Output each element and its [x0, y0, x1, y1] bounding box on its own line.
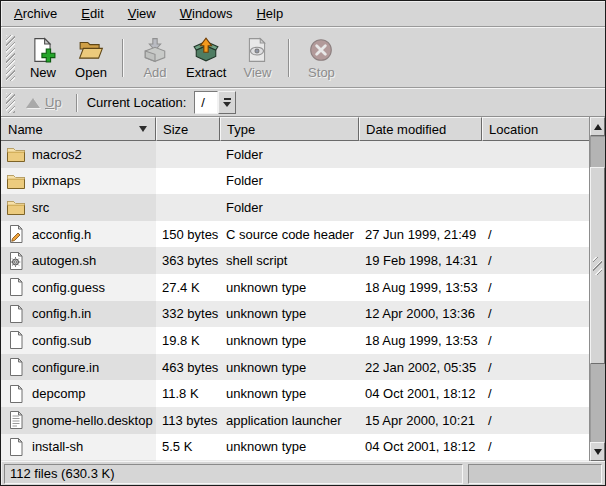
table-row[interactable]: pixmapsFolder: [1, 168, 589, 195]
file-name-cell: config.h.in: [1, 301, 156, 328]
file-type: application launcher: [220, 407, 359, 434]
file-type: unknown type: [220, 380, 359, 407]
document-icon: [6, 384, 26, 404]
column-header-location[interactable]: Location: [482, 117, 589, 141]
column-header-size-label: Size: [163, 122, 188, 137]
file-location: [482, 141, 589, 168]
add-button[interactable]: Add: [131, 33, 179, 82]
menu-edit[interactable]: Edit: [72, 2, 112, 25]
file-name: config.sub: [32, 333, 91, 348]
column-header-size[interactable]: Size: [156, 117, 220, 141]
file-date-modified: [359, 194, 482, 221]
file-date-modified: [359, 141, 482, 168]
file-date-modified: 04 Oct 2001, 18:12: [359, 380, 482, 407]
up-button[interactable]: Up: [19, 93, 69, 112]
folder-icon: [6, 197, 26, 217]
file-type: unknown type: [220, 301, 359, 328]
column-header-name[interactable]: Name: [1, 117, 156, 141]
up-button-label: Up: [45, 95, 62, 110]
scrollbar-thumb[interactable]: [590, 167, 605, 364]
combo-indicator-icon: [224, 98, 231, 100]
document-icon: [6, 330, 26, 350]
file-location: /: [482, 354, 589, 381]
file-size: 11.8 K: [156, 380, 220, 407]
column-header-date-modified[interactable]: Date modified: [359, 117, 482, 141]
file-name: config.guess: [32, 280, 105, 295]
menu-help[interactable]: Help: [247, 2, 292, 25]
table-row[interactable]: config.guess27.4 Kunknown type18 Aug 199…: [1, 274, 589, 301]
table-row[interactable]: gnome-hello.desktop113 bytesapplication …: [1, 407, 589, 434]
table-row[interactable]: depcomp11.8 Kunknown type04 Oct 2001, 18…: [1, 380, 589, 407]
file-type: Folder: [220, 168, 359, 195]
file-size: 363 bytes: [156, 247, 220, 274]
file-name: depcomp: [32, 386, 85, 401]
application-launcher-icon: [6, 410, 26, 430]
toolbar-separator: [122, 39, 124, 77]
menu-view[interactable]: View: [119, 2, 165, 25]
scrollbar-up-button[interactable]: [590, 117, 605, 136]
table-row[interactable]: acconfig.h150 bytesC source code header2…: [1, 221, 589, 248]
archive-manager-window: Archive Edit View Windows Help New Open …: [0, 0, 606, 486]
column-header-date-label: Date modified: [366, 122, 446, 137]
file-name: config.h.in: [32, 306, 91, 321]
stop-button[interactable]: Stop: [297, 33, 345, 82]
file-type: unknown type: [220, 274, 359, 301]
file-date-modified: 22 Jan 2002, 05:35: [359, 354, 482, 381]
file-list: Name Size Type Date modified Location ma…: [1, 117, 605, 461]
file-date-modified: [359, 460, 482, 461]
document-icon: [6, 437, 26, 457]
file-size: 150 bytes: [156, 221, 220, 248]
scroll-up-icon: [594, 124, 602, 130]
file-date-modified: 15 Apr 2000, 10:21: [359, 407, 482, 434]
table-row[interactable]: configure.in463 bytesunknown type22 Jan …: [1, 354, 589, 381]
scrollbar-down-button[interactable]: [590, 442, 605, 461]
file-name-cell: src: [1, 194, 156, 221]
new-button[interactable]: New: [19, 33, 67, 82]
file-name-cell: [1, 460, 156, 461]
menu-archive[interactable]: Archive: [5, 2, 66, 25]
file-type: shell script: [220, 247, 359, 274]
open-button[interactable]: Open: [67, 33, 115, 82]
file-size: [156, 194, 220, 221]
file-location: /: [482, 407, 589, 434]
table-row[interactable]: config.sub19.8 Kunknown type18 Aug 1999,…: [1, 327, 589, 354]
table-row[interactable]: autogen.sh363 bytesshell script19 Feb 19…: [1, 247, 589, 274]
location-bar-drag-handle[interactable]: [6, 93, 15, 113]
table-row[interactable]: config.h.in332 bytesunknown type12 Apr 2…: [1, 301, 589, 328]
file-type: C source code header: [220, 221, 359, 248]
scrollbar-trough[interactable]: [590, 136, 605, 442]
file-name-cell: configure.in: [1, 354, 156, 381]
file-location: /: [482, 327, 589, 354]
view-button[interactable]: View: [233, 33, 281, 82]
toolbar-separator: [288, 39, 290, 77]
file-date-modified: 27 Jun 1999, 21:49: [359, 221, 482, 248]
open-button-label: Open: [75, 66, 107, 79]
file-size: [156, 168, 220, 195]
toolbar-drag-handle[interactable]: [6, 35, 15, 81]
column-header-location-label: Location: [489, 122, 538, 137]
file-location: /: [482, 434, 589, 461]
file-name: macros2: [32, 147, 82, 162]
file-name-cell: config.guess: [1, 274, 156, 301]
folder-icon: [6, 144, 26, 164]
extract-button[interactable]: Extract: [179, 33, 233, 82]
file-size: [156, 460, 220, 461]
file-name-cell: depcomp: [1, 380, 156, 407]
file-location: /: [482, 301, 589, 328]
table-row[interactable]: install-sh5.5 Kunknown type04 Oct 2001, …: [1, 434, 589, 461]
table-row[interactable]: macros2Folder: [1, 141, 589, 168]
location-combo-dropdown-button[interactable]: [218, 91, 236, 114]
column-header-type[interactable]: Type: [220, 117, 359, 141]
menu-windows[interactable]: Windows: [171, 2, 242, 25]
location-combo-entry[interactable]: /: [194, 91, 218, 114]
status-bar: 112 files (630.3 K): [1, 461, 605, 485]
toolbar: New Open Add Extract View Stop: [1, 27, 605, 88]
file-name-cell: autogen.sh: [1, 247, 156, 274]
table-row[interactable]: srcFolder: [1, 194, 589, 221]
extract-button-label: Extract: [186, 66, 226, 79]
file-date-modified: 12 Apr 2000, 13:36: [359, 301, 482, 328]
file-name: gnome-hello.desktop: [32, 413, 153, 428]
file-location: [482, 194, 589, 221]
file-size: [156, 141, 220, 168]
table-row-partial[interactable]: [1, 460, 589, 461]
